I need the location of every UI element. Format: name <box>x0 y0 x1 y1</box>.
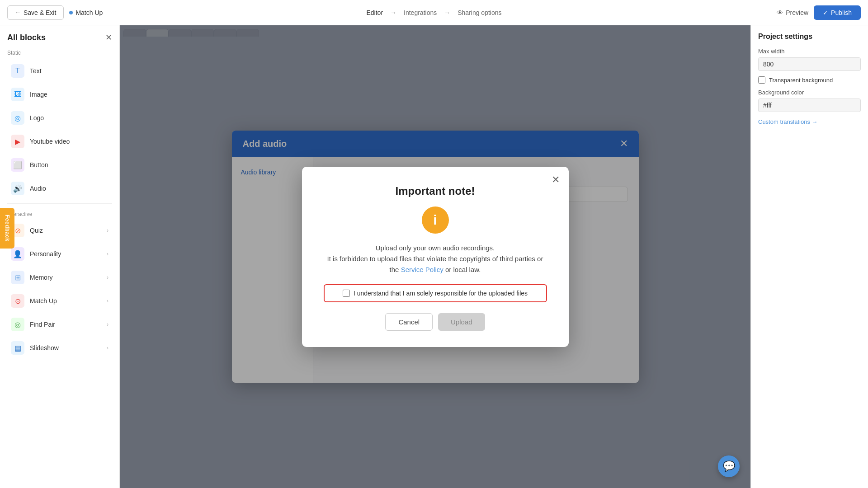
sidebar-item-label-memory: Memory <box>30 274 101 281</box>
right-panel: Project settings Max width 800 Transpare… <box>750 25 868 488</box>
add-audio-overlay: Add audio ✕ Audio library Audio library … <box>120 25 750 488</box>
findpair-chevron-icon: › <box>107 321 108 328</box>
note-checkbox-row: I understand that I am solely responsibl… <box>324 284 547 302</box>
sidebar-item-memory[interactable]: ⊞ Memory › <box>4 266 116 289</box>
chat-button[interactable]: 💬 <box>718 455 740 477</box>
upload-confirm-button[interactable]: Upload <box>438 313 485 331</box>
sidebar-item-findpair[interactable]: ◎ Find Pair › <box>4 313 116 336</box>
sidebar-item-audio[interactable]: 🔊 Audio <box>4 177 116 200</box>
chat-icon: 💬 <box>723 460 735 472</box>
sidebar-item-label-matchup: Match Up <box>30 297 101 305</box>
sidebar-item-youtube[interactable]: ▶ Youtube video <box>4 130 116 153</box>
audio-icon: 🔊 <box>11 182 24 195</box>
sidebar-item-label-audio: Audio <box>30 185 108 192</box>
important-note-overlay: ✕ Important note! i Upload only your own… <box>120 25 750 488</box>
transparent-bg-label: Transparent background <box>769 77 833 84</box>
current-activity: Match Up <box>69 9 103 16</box>
sidebar-item-image[interactable]: 🖼 Image <box>4 83 116 106</box>
top-nav: Save & Exit Match Up Editor → Integratio… <box>0 0 868 25</box>
slideshow-chevron-icon: › <box>107 345 108 351</box>
nav-right: 👁 Preview ✓ Publish <box>777 5 861 20</box>
memory-chevron-icon: › <box>107 274 108 281</box>
note-title: Important note! <box>324 185 547 197</box>
cancel-button[interactable]: Cancel <box>385 313 433 331</box>
sidebar-item-label-image: Image <box>30 91 108 98</box>
nav-arrow-2: → <box>444 9 450 16</box>
right-panel-title: Project settings <box>758 33 861 41</box>
eye-icon: 👁 <box>777 9 783 16</box>
note-close-button[interactable]: ✕ <box>552 174 560 186</box>
info-icon: i <box>422 206 449 234</box>
max-width-value[interactable]: 800 <box>758 57 861 71</box>
matchup-icon: ⊙ <box>11 294 24 308</box>
sidebar-item-text[interactable]: T Text <box>4 60 116 82</box>
sidebar-divider <box>7 203 112 204</box>
sidebar-item-logo[interactable]: ◎ Logo <box>4 107 116 129</box>
sidebar-item-label-personality: Personality <box>30 250 101 258</box>
nav-step-editor[interactable]: Editor <box>366 9 383 16</box>
understand-checkbox[interactable] <box>343 290 350 297</box>
sidebar-item-button[interactable]: ⬜ Button <box>4 154 116 176</box>
interactive-label: Interactive <box>0 207 119 219</box>
save-exit-button[interactable]: Save & Exit <box>7 5 64 20</box>
main-layout: Feedback All blocks ✕ Static T Text 🖼 Im… <box>0 25 868 488</box>
activity-label: Match Up <box>75 9 103 16</box>
service-policy-link[interactable]: Service Policy <box>401 266 443 273</box>
custom-translations-link[interactable]: Custom translations → <box>758 118 818 125</box>
sidebar-header: All blocks ✕ <box>0 33 119 48</box>
quiz-chevron-icon: › <box>107 227 108 234</box>
sidebar-item-label-youtube: Youtube video <box>30 138 108 145</box>
note-text: Upload only your own audio recordings. I… <box>324 243 547 275</box>
transparent-bg-row: Transparent background <box>758 76 861 84</box>
sidebar-item-label-findpair: Find Pair <box>30 321 101 328</box>
sidebar-item-quiz[interactable]: ⊘ Quiz › <box>4 219 116 242</box>
personality-icon: 👤 <box>11 247 24 261</box>
memory-icon: ⊞ <box>11 271 24 284</box>
important-note-modal: ✕ Important note! i Upload only your own… <box>302 167 569 347</box>
sidebar-item-matchup[interactable]: ⊙ Match Up › <box>4 290 116 312</box>
sidebar-title: All blocks <box>7 33 46 42</box>
nav-step-integrations[interactable]: Integrations <box>404 9 437 16</box>
transparent-bg-checkbox[interactable] <box>758 76 765 84</box>
bg-color-label: Background color <box>758 89 861 96</box>
image-icon: 🖼 <box>11 88 24 101</box>
activity-dot <box>69 11 73 14</box>
matchup-chevron-icon: › <box>107 298 108 304</box>
sidebar-item-personality[interactable]: 👤 Personality › <box>4 243 116 265</box>
sidebar-item-label-logo: Logo <box>30 114 108 122</box>
logo-icon: ◎ <box>11 111 24 125</box>
text-icon: T <box>11 64 24 78</box>
sidebar-close-button[interactable]: ✕ <box>105 33 112 42</box>
youtube-icon: ▶ <box>11 135 24 148</box>
nav-step-sharing[interactable]: Sharing options <box>458 9 501 16</box>
nav-left: Save & Exit Match Up <box>7 5 103 20</box>
feedback-tab[interactable]: Feedback <box>0 208 14 249</box>
sidebar-item-label-text: Text <box>30 67 108 75</box>
bg-color-value[interactable]: #fff <box>758 99 861 112</box>
sidebar-item-label-quiz: Quiz <box>30 227 101 234</box>
sidebar: Feedback All blocks ✕ Static T Text 🖼 Im… <box>0 25 120 488</box>
button-icon: ⬜ <box>11 158 24 172</box>
findpair-icon: ◎ <box>11 318 24 331</box>
nav-arrow-1: → <box>390 9 396 16</box>
preview-button[interactable]: 👁 Preview <box>777 9 808 16</box>
check-icon: ✓ <box>823 9 828 16</box>
sidebar-item-slideshow[interactable]: ▤ Slideshow › <box>4 337 116 359</box>
canvas-area: Add audio ✕ Audio library Audio library … <box>120 25 750 488</box>
personality-chevron-icon: › <box>107 251 108 257</box>
note-checkbox-label: I understand that I am solely responsibl… <box>354 290 528 297</box>
static-label: Static <box>0 48 119 60</box>
sidebar-item-label-button: Button <box>30 161 108 169</box>
publish-button[interactable]: ✓ Publish <box>814 5 861 20</box>
sidebar-item-label-slideshow: Slideshow <box>30 344 101 352</box>
note-actions: Cancel Upload <box>324 313 547 331</box>
slideshow-icon: ▤ <box>11 341 24 355</box>
max-width-label: Max width <box>758 48 861 55</box>
nav-center: Editor → Integrations → Sharing options <box>366 9 501 16</box>
